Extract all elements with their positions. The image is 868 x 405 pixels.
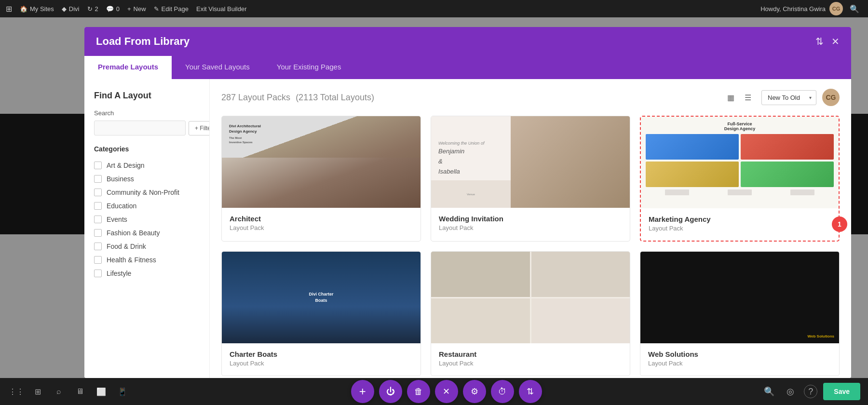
divi-icon: ◆	[62, 5, 67, 13]
sidebar-title: Find A Layout	[94, 91, 200, 101]
category-checkbox-lifestyle[interactable]	[94, 270, 102, 277]
category-checkbox-art[interactable]	[94, 162, 102, 169]
layout-preview-marketing: Full-ServiceDesign Agency	[641, 117, 839, 208]
power-button[interactable]: ⏻	[379, 380, 402, 403]
my-sites[interactable]: 🏠 My Sites	[20, 5, 54, 13]
house-icon: 🏠	[20, 5, 27, 13]
bottom-toolbar: ⋮⋮ ⊞ ⌕ 🖥 ⬜ 📱 + ⏻ 🗑 ✕ ⚙ ⏱ ⇅ 🔍 ◎ ? Save	[0, 378, 868, 405]
tab-existing-pages[interactable]: Your Existing Pages	[263, 56, 355, 79]
category-lifestyle[interactable]: Lifestyle	[94, 267, 200, 280]
admin-search-icon[interactable]: 🔍	[847, 1, 862, 16]
close-icon[interactable]: ✕	[831, 36, 840, 47]
category-checkbox-food[interactable]	[94, 243, 102, 250]
category-checkbox-health[interactable]	[94, 256, 102, 264]
toolbar-layers-button[interactable]: ◎	[783, 384, 798, 399]
comments-icon: 💬	[106, 5, 114, 13]
grid-view-button[interactable]: ▦	[723, 90, 738, 105]
search-input[interactable]	[94, 121, 186, 135]
category-community[interactable]: Community & Non-Profit	[94, 186, 200, 199]
layout-card-architect[interactable]: Divi ArchitecturalDesign Agency The Most…	[221, 116, 421, 242]
comments-link[interactable]: 💬 0	[106, 5, 120, 13]
settings-button[interactable]: ⚙	[463, 380, 486, 403]
category-business[interactable]: Business	[94, 172, 200, 186]
layout-card-info-charter: Charter Boats Layout Pack	[222, 343, 420, 376]
category-food[interactable]: Food & Drink	[94, 240, 200, 253]
close-button[interactable]: ✕	[435, 380, 458, 403]
trash-button[interactable]: 🗑	[407, 380, 430, 403]
history-button[interactable]: ⏱	[491, 380, 514, 403]
view-icons: ▦ ☰	[723, 90, 756, 105]
layout-card-restaurant[interactable]: Restaurant Layout Pack	[431, 251, 630, 376]
toolbar-grid-button[interactable]: ⊞	[29, 383, 46, 400]
arch-preview-img: Divi ArchitecturalDesign Agency The Most…	[222, 116, 420, 208]
category-checkbox-fashion[interactable]	[94, 229, 102, 237]
layout-preview-websolutions: Web Solutions	[640, 252, 839, 343]
layout-card-name-charter: Charter Boats	[230, 350, 413, 358]
toolbar-help-button[interactable]: ?	[804, 385, 817, 398]
tab-saved-layouts[interactable]: Your Saved Layouts	[172, 56, 263, 79]
layout-card-type-restaurant: Layout Pack	[439, 360, 622, 367]
toolbar-search-right-button[interactable]: 🔍	[761, 384, 777, 399]
layout-card-wedding[interactable]: Welcoming the Union of Benjamin&Isabella…	[431, 116, 630, 242]
toolbar-tablet-button[interactable]: ⬜	[93, 383, 110, 400]
category-checkbox-education[interactable]	[94, 202, 102, 210]
updates-link[interactable]: ↻ 2	[87, 5, 98, 13]
new-item[interactable]: + New	[127, 5, 146, 13]
layout-card-type-marketing: Layout Pack	[649, 225, 831, 232]
edit-icon: ✎	[154, 5, 159, 13]
sort-icon[interactable]: ⇅	[815, 36, 824, 47]
sort-select[interactable]: New To Old Old To New A-Z Z-A	[761, 90, 816, 105]
charter-preview-text: Divi Charter Boats	[309, 291, 333, 304]
layout-card-info-restaurant: Restaurant Layout Pack	[431, 343, 630, 376]
category-checkbox-community[interactable]	[94, 189, 102, 196]
plus-icon: +	[127, 5, 131, 13]
category-art-design[interactable]: Art & Design	[94, 159, 200, 172]
add-section-button[interactable]: +	[351, 380, 374, 403]
layout-grid: Divi ArchitecturalDesign Agency The Most…	[221, 116, 840, 376]
layout-card-info-architect: Architect Layout Pack	[222, 208, 420, 240]
toolbar-desktop-button[interactable]: 🖥	[71, 383, 89, 400]
edit-page-link[interactable]: ✎ Edit Page	[154, 5, 189, 13]
category-checkbox-events[interactable]	[94, 216, 102, 223]
wedding-photo-bg	[511, 116, 630, 208]
layout-card-name-wedding: Wedding Invitation	[439, 215, 622, 223]
layout-preview-wedding: Welcoming the Union of Benjamin&Isabella…	[431, 116, 630, 208]
filter-button[interactable]: + Filter	[189, 121, 210, 135]
divi-link[interactable]: ◆ Divi	[62, 5, 80, 13]
updates-icon: ↻	[87, 5, 93, 13]
modal-body: Find A Layout Search + Filter Categories…	[84, 79, 851, 378]
layout-card-websolutions[interactable]: Web Solutions Web Solutions Layout Pack	[640, 251, 840, 376]
user-avatar[interactable]: CG	[822, 89, 840, 106]
sort-select-wrapper: New To Old Old To New A-Z Z-A ▾	[761, 90, 816, 105]
toolbar-left: ⋮⋮ ⊞ ⌕ 🖥 ⬜ 📱	[0, 383, 139, 400]
layout-card-type-architect: Layout Pack	[230, 224, 413, 231]
layout-sidebar: Find A Layout Search + Filter Categories…	[84, 79, 210, 378]
wedding-preview-text: Welcoming the Union of Benjamin&Isabella…	[438, 140, 484, 184]
layout-preview-charter: Divi Charter Boats	[222, 252, 420, 343]
wp-logo[interactable]: ⊞	[6, 4, 12, 14]
modal-tabs: Premade Layouts Your Saved Layouts Your …	[84, 56, 851, 79]
category-health[interactable]: Health & Fitness	[94, 253, 200, 267]
content-header: 287 Layout Packs (2113 Total Layouts) ▦ …	[221, 89, 840, 106]
main-content: 287 Layout Packs (2113 Total Layouts) ▦ …	[210, 79, 851, 378]
toolbar-dots-button[interactable]: ⋮⋮	[8, 383, 25, 400]
websolutions-preview-img: Web Solutions	[640, 252, 839, 343]
layout-card-info-websolutions: Web Solutions Layout Pack	[640, 343, 839, 376]
layout-sort-button[interactable]: ⇅	[519, 380, 542, 403]
layout-card-marketing[interactable]: Full-ServiceDesign Agency	[640, 116, 840, 242]
layout-preview-architect: Divi ArchitecturalDesign Agency The Most…	[222, 116, 420, 208]
toolbar-search-button[interactable]: ⌕	[50, 383, 68, 400]
admin-avatar[interactable]: CG	[829, 2, 843, 15]
exit-builder-link[interactable]: Exit Visual Builder	[196, 5, 247, 13]
layout-card-name-marketing: Marketing Agency	[649, 215, 831, 223]
list-view-button[interactable]: ☰	[740, 90, 756, 105]
save-button[interactable]: Save	[823, 383, 860, 400]
layout-card-charter[interactable]: Divi Charter Boats Charter Boats Layout …	[221, 251, 421, 376]
category-checkbox-business[interactable]	[94, 175, 102, 183]
toolbar-mobile-button[interactable]: 📱	[114, 383, 131, 400]
layout-card-type-charter: Layout Pack	[230, 360, 413, 367]
category-events[interactable]: Events	[94, 213, 200, 226]
tab-premade-layouts[interactable]: Premade Layouts	[84, 56, 172, 79]
category-fashion[interactable]: Fashion & Beauty	[94, 226, 200, 240]
category-education[interactable]: Education	[94, 199, 200, 213]
